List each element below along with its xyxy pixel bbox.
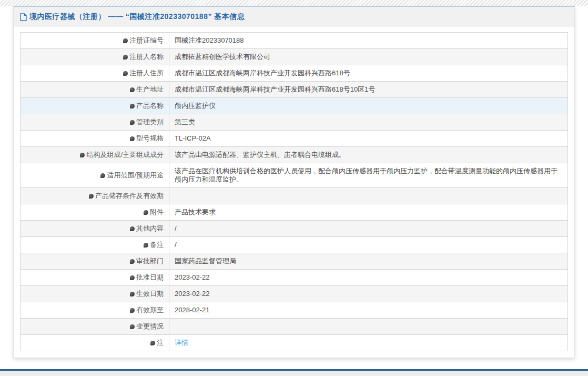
balloon-icon — [130, 308, 135, 313]
row-label: 审批部门 — [21, 253, 169, 270]
balloon-icon — [130, 275, 135, 280]
document-icon — [20, 13, 27, 21]
row-label: 注册人名称 — [21, 49, 169, 65]
table-row: 结构及组成/主要组成成分 该产品由电源适配器、监护仪主机、患者耦合电缆组成。 — [21, 147, 568, 163]
balloon-icon — [130, 136, 135, 141]
row-label-text: 产品名称 — [136, 102, 164, 110]
page-footer — [0, 369, 588, 376]
table-row: 备注 / — [21, 237, 568, 253]
row-label: 生效日期 — [21, 286, 169, 302]
row-value: 详情 — [169, 335, 568, 351]
row-label-text: 注册人住所 — [129, 69, 164, 77]
table-row: 其他内容 / — [21, 221, 568, 237]
row-value: 2028-02-21 — [169, 302, 568, 319]
row-label-text: 注 — [157, 339, 164, 347]
row-label: 变更情况 — [21, 319, 169, 335]
row-label: 注册证编号 — [21, 33, 169, 49]
row-value: 第三类 — [169, 114, 568, 131]
row-label: 其他内容 — [21, 221, 169, 237]
table-row: 附件 产品技术要求 — [21, 204, 568, 221]
balloon-icon — [130, 120, 135, 125]
row-label-text: 注册证编号 — [129, 36, 164, 44]
table-row: 变更情况 — [21, 319, 568, 335]
row-value — [169, 188, 568, 204]
page-top-stripes — [0, 0, 588, 6]
row-value: 2023-02-22 — [169, 286, 568, 302]
row-label-text: 管理类别 — [136, 118, 164, 126]
row-value: 国家药品监督管理局 — [169, 253, 568, 270]
table-row: 审批部门 国家药品监督管理局 — [21, 253, 568, 270]
row-label-text: 备注 — [150, 241, 164, 249]
balloon-icon — [150, 341, 155, 345]
row-label: 批准日期 — [21, 270, 169, 286]
row-label: 产品储存条件及有效期 — [21, 188, 169, 204]
row-label-text: 生效日期 — [136, 290, 164, 298]
row-label: 注册人住所 — [21, 65, 169, 82]
row-label-text: 有效期至 — [136, 306, 164, 314]
table-row: 型号规格 TL-ICP-02A — [21, 131, 568, 147]
row-value: 成都市温江区成都海峡两岸科技产业开发园科兴西路618号 — [169, 65, 568, 82]
balloon-icon — [144, 243, 148, 248]
balloon-icon — [89, 194, 94, 199]
balloon-icon — [130, 259, 135, 264]
row-value: 产品技术要求 — [169, 204, 568, 221]
row-label: 附件 — [21, 204, 169, 221]
row-label-text: 生产地址 — [136, 85, 164, 93]
panel-header: 境内医疗器械（注册） —— “国械注准20233070188” 基本信息 — [14, 7, 574, 27]
table-row: 批准日期 2023-02-22 — [21, 270, 568, 286]
balloon-icon — [130, 292, 135, 296]
table-row: 注册人住所 成都市温江区成都海峡两岸科技产业开发园科兴西路618号 — [21, 65, 568, 82]
row-label: 适用范围/预期用途 — [21, 163, 169, 188]
row-value: 该产品在医疗机构供培训合格的医护人员使用，配合颅内压传感器用于颅内压力监护，配合… — [169, 163, 568, 188]
page-title: 境内医疗器械（注册） —— “国械注准20233070188” 基本信息 — [29, 12, 245, 22]
balloon-icon — [130, 324, 135, 329]
balloon-icon — [144, 210, 148, 215]
row-label-text: 适用范围/预期用途 — [107, 171, 164, 179]
row-value — [169, 319, 568, 335]
row-value: 该产品由电源适配器、监护仪主机、患者耦合电缆组成。 — [169, 147, 568, 163]
row-value: / — [169, 237, 568, 253]
registration-info-table: 注册证编号 国械注准20233070188 注册人名称 成都拓蓝精创医学技术有限… — [20, 32, 568, 351]
row-value: 2023-02-22 — [169, 270, 568, 286]
balloon-icon — [130, 104, 135, 108]
row-value: 国械注准20233070188 — [169, 33, 568, 49]
row-value: 成都市温江区成都海峡两岸科技产业开发园科兴西路618号10区1号 — [169, 82, 568, 98]
balloon-icon — [130, 226, 135, 231]
row-label: 管理类别 — [21, 114, 169, 131]
registration-panel: 境内医疗器械（注册） —— “国械注准20233070188” 基本信息 注册证… — [13, 6, 575, 358]
balloon-icon — [80, 153, 85, 157]
row-label-text: 批准日期 — [136, 273, 164, 281]
row-value: TL-ICP-02A — [169, 131, 568, 147]
row-label-text: 其他内容 — [136, 224, 164, 232]
row-value: 颅内压监护仪 — [169, 98, 568, 114]
balloon-icon — [123, 38, 128, 43]
balloon-icon — [130, 87, 135, 92]
balloon-icon — [123, 55, 128, 60]
table-row: 注册人名称 成都拓蓝精创医学技术有限公司 — [21, 49, 568, 65]
row-label: 型号规格 — [21, 131, 169, 147]
table-row: 注册证编号 国械注准20233070188 — [21, 33, 568, 49]
table-row: 产品储存条件及有效期 — [21, 188, 568, 204]
table-row: 管理类别 第三类 — [21, 114, 568, 131]
row-label-text: 产品储存条件及有效期 — [95, 192, 164, 200]
table-row: 生产地址 成都市温江区成都海峡两岸科技产业开发园科兴西路618号10区1号 — [21, 82, 568, 98]
balloon-icon — [100, 173, 105, 178]
row-label: 结构及组成/主要组成成分 — [21, 147, 169, 163]
row-label-text: 审批部门 — [136, 257, 164, 265]
detail-link[interactable]: 详情 — [175, 339, 188, 347]
row-label-text: 注册人名称 — [129, 53, 164, 61]
row-label-text: 型号规格 — [136, 134, 164, 142]
table-row: 产品名称 颅内压监护仪 — [21, 98, 568, 114]
row-label-text: 结构及组成/主要组成成分 — [86, 151, 164, 159]
row-label: 生产地址 — [21, 82, 169, 98]
row-label: 有效期至 — [21, 302, 169, 319]
row-label: 注 — [21, 335, 169, 351]
row-value: 成都拓蓝精创医学技术有限公司 — [169, 49, 568, 65]
row-label-text: 变更情况 — [136, 322, 164, 330]
row-label-text: 附件 — [150, 208, 164, 216]
table-row: 生效日期 2023-02-22 — [21, 286, 568, 302]
row-value: / — [169, 221, 568, 237]
table-row: 适用范围/预期用途 该产品在医疗机构供培训合格的医护人员使用，配合颅内压传感器用… — [21, 163, 568, 188]
balloon-icon — [123, 71, 128, 76]
table-row: 注 详情 — [21, 335, 568, 351]
